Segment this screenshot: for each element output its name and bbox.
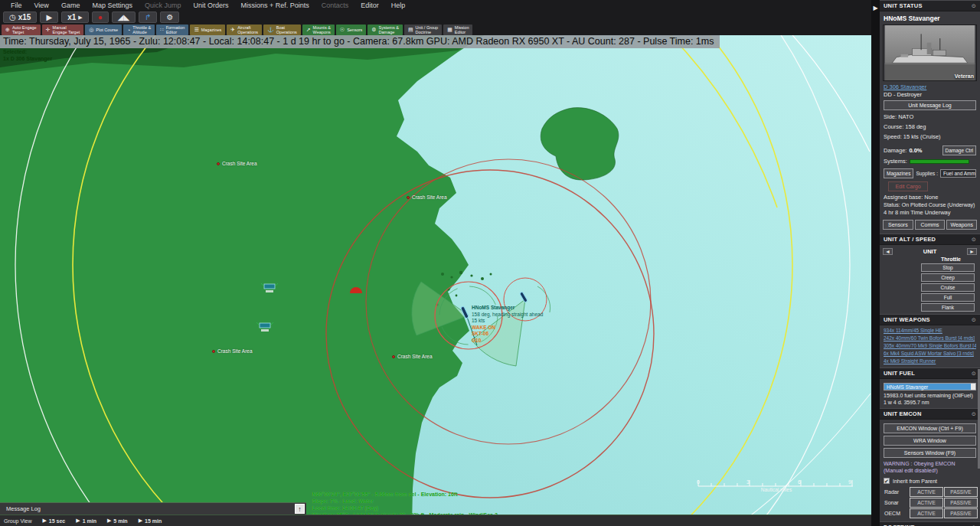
crash-site-marker[interactable]: Crash Site Area [217, 161, 257, 166]
pin-icon[interactable]: ⊙ [972, 317, 976, 323]
time-step-15sec[interactable]: ▶ 15 sec [42, 518, 65, 524]
tab-weapons[interactable]: Weapons [946, 220, 977, 230]
map-viewport[interactable]: Crash Site Area Crash Site Area Crash Si… [0, 35, 871, 526]
damage-ctrl-button[interactable]: Damage Ctrl [942, 145, 976, 155]
unit-message-log-button[interactable]: Unit Message Log [884, 100, 976, 110]
wra-window-button[interactable]: WRA Window [884, 436, 976, 446]
weapon-link[interactable]: 6x Mk4 Squid ASW Mortar Salvo [3 rnds] [884, 350, 976, 358]
emcon-window-button[interactable]: EMCON Window (Ctrl + F9) [884, 423, 976, 433]
magazines-button[interactable]: Magazines [884, 168, 913, 178]
fuel-remaining: 15983.0 fuel units remaining (OilFuel) [884, 392, 976, 399]
time-step-5min[interactable]: ▶ 5 min [107, 518, 128, 524]
tab-sensors[interactable]: Sensors [883, 220, 913, 230]
systems-health-bar [910, 159, 969, 164]
unit-alt-speed-header[interactable]: UNIT ALT / SPEED ⊙ [880, 234, 980, 245]
play-button[interactable]: ▶ [40, 11, 58, 23]
scope-left-arrow[interactable]: ◄ [883, 248, 893, 255]
menu-map-settings[interactable]: Map Settings [86, 2, 139, 9]
weapon-link[interactable]: 242x 40mm/60 Twin Bofors Burst [4 rnds] [884, 335, 976, 342]
crash-site-label: Crash Site Area [217, 348, 253, 354]
supplies-dropdown[interactable]: Fuel and Ammo ∨ [940, 169, 976, 178]
play-icon: ▶ [42, 518, 46, 524]
ribbon-plot-course-button[interactable]: ◎ Plot Course [85, 25, 122, 35]
sonar-active-button[interactable]: ACTIVE [910, 498, 943, 508]
menu-editor[interactable]: Editor [354, 2, 385, 9]
menu-file[interactable]: File [5, 2, 28, 9]
menu-game[interactable]: Game [55, 2, 87, 9]
pin-icon[interactable]: ⊙ [972, 3, 976, 9]
menu-unit-orders[interactable]: Unit Orders [187, 2, 234, 9]
radar-passive-button[interactable]: PASSIVE [944, 487, 978, 497]
crash-site-label: Crash Site Area [222, 161, 257, 166]
pin-icon[interactable]: ⊙ [972, 371, 976, 377]
pin-icon[interactable]: ⊙ [972, 411, 976, 417]
scope-right-arrow[interactable]: ► [967, 248, 977, 255]
fuel-progress-bar: HNoMS Stavanger [884, 383, 976, 390]
inherit-from-parent-checkbox[interactable]: ✔ Inherit from Parent [884, 478, 976, 484]
menu-bar: File View Game Map Settings Quick Jump U… [0, 0, 871, 10]
selection-readout: Selected: 1x D 306 Stavanger [3, 49, 52, 61]
throttle-creep-button[interactable]: Creep [921, 273, 975, 282]
ribbon-mission-editor-button[interactable]: ▦ MissionEditor [443, 25, 472, 35]
terrain-view-button[interactable]: ◢◣ [112, 11, 136, 23]
weapon-link[interactable]: 305x 40mm/70 Mk9 Single Bofors Burst [4 … [884, 342, 976, 350]
ribbon-magazines-button[interactable]: ☰ Magazines [190, 25, 225, 35]
sensors-window-button[interactable]: Sensors Window (F9) [884, 448, 976, 458]
ribbon-systems-damage-button[interactable]: ⚙ Systems &Damage [368, 25, 403, 35]
oecm-active-button[interactable]: ACTIVE [910, 508, 943, 518]
crash-site-marker[interactable]: Crash Site Area [407, 194, 447, 200]
menu-help[interactable]: Help [385, 2, 412, 9]
menu-missions-ref-points[interactable]: Missions + Ref. Points [234, 2, 315, 9]
sonar-passive-button[interactable]: PASSIVE [944, 498, 978, 508]
map-scale-bar: 0 3 6 9 Nautical miles [695, 479, 858, 492]
record-button[interactable]: ● [92, 11, 109, 23]
unit-emcon-header[interactable]: UNIT EMCON ⊙ [880, 408, 980, 420]
time-compression-button[interactable]: ◷ x15 [3, 11, 37, 23]
play-icon: ▶ [78, 14, 82, 21]
ribbon-mounts-weapons-button[interactable]: ↗ Mounts &Weapons [302, 25, 335, 35]
document-icon: ▤ [408, 27, 413, 33]
ribbon-manual-engage-target-button[interactable]: ✛ ManualEngage Target [42, 25, 84, 35]
formation-dots-icon: ∷ [160, 27, 163, 33]
unit-weapons-header[interactable]: UNIT WEAPONS ⊙ [880, 314, 980, 325]
ribbon-throttle-altitude-button[interactable]: ◔ Throttle &Altitude [123, 25, 155, 35]
ribbon-aircraft-operations-button[interactable]: ✈ AircraftOperations [227, 25, 262, 35]
weapon-link[interactable]: 4x Mk9 Straight Runner [884, 358, 976, 365]
throttle-cruise-button[interactable]: Cruise [921, 283, 975, 292]
unit-fuel-header[interactable]: UNIT FUEL ⊙ [880, 368, 980, 379]
ribbon-auto-engage-target-button[interactable]: ⊕ Auto EngageTarget [2, 25, 41, 35]
jump-pointer-button[interactable]: ↱ [139, 11, 157, 23]
radar-active-button[interactable]: ACTIVE [910, 487, 943, 497]
settings-button[interactable]: ⚙ [160, 11, 179, 23]
throttle-label: Throttle [882, 256, 961, 262]
unit-id-link[interactable]: D 306 Stavanger [884, 83, 976, 90]
weapon-link[interactable]: 934x 114mm/45 Single HE [884, 327, 976, 335]
emcon-row-label: Radar [883, 489, 909, 495]
ribbon-unit-group-doctrine-button[interactable]: ▤ Unit / GroupDoctrine [404, 25, 442, 35]
crash-site-marker[interactable]: Crash Site Area [212, 348, 253, 354]
time-step-15min[interactable]: ▶ 15 min [139, 518, 162, 524]
oecm-passive-button[interactable]: PASSIVE [944, 508, 978, 518]
step-once-button[interactable]: x1 ▶ [61, 11, 89, 23]
menu-view[interactable]: View [28, 2, 55, 9]
unit-status-header[interactable]: UNIT STATUS ⊙ [880, 0, 980, 11]
doctrine-header[interactable]: DOCTRINE ⊙ [880, 521, 980, 526]
pin-icon[interactable]: ⊙ [972, 237, 976, 243]
expand-message-log-button[interactable]: ↑ [295, 504, 305, 514]
message-log-bar[interactable]: Message Log ↑ [0, 502, 306, 515]
crash-site-marker[interactable]: Crash Site Area [392, 354, 433, 359]
collapse-arrow-icon: ▶ [873, 5, 877, 526]
sidebar-collapse-strip[interactable]: ▶ [871, 0, 880, 526]
selection-label: Selected: [3, 49, 52, 54]
throttle-flank-button[interactable]: Flank [921, 303, 975, 312]
ribbon-formation-editor-button[interactable]: ∷ FormationEditor [156, 25, 188, 35]
ribbon-sensors-button[interactable]: ☉ Sensors [336, 25, 366, 35]
throttle-full-button[interactable]: Full [921, 293, 975, 302]
crash-site-label: Crash Site Area [397, 354, 433, 359]
fuel-endurance: 1 w 4 d. 3595.7 nm [884, 399, 976, 406]
time-step-1min[interactable]: ▶ 1 min [76, 518, 96, 524]
group-view-label[interactable]: Group View [4, 518, 31, 524]
ribbon-boat-operations-button[interactable]: ⚓ BoatOperations [263, 25, 301, 35]
tab-comms[interactable]: Comms [915, 220, 946, 230]
throttle-stop-button[interactable]: Stop [921, 263, 975, 272]
